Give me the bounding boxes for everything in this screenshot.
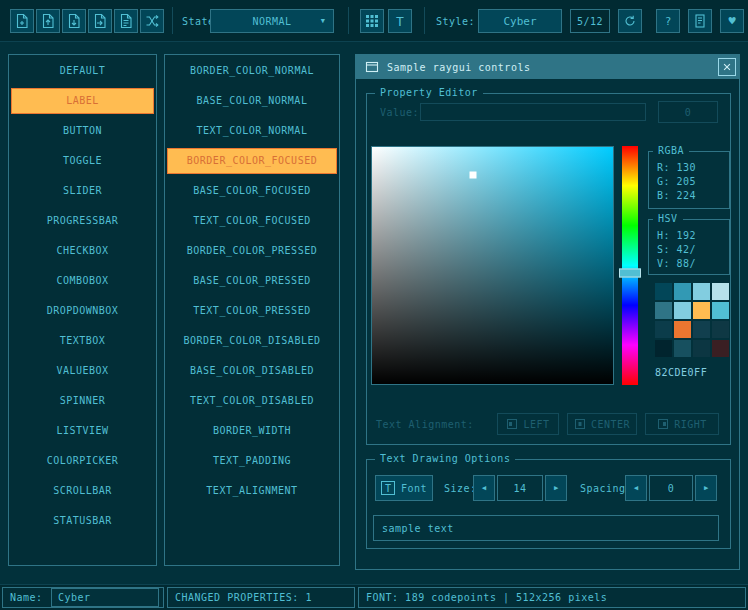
properties-list-item[interactable]: TEXT_PADDING xyxy=(167,448,337,474)
save-file-icon xyxy=(66,13,82,29)
palette-swatch[interactable] xyxy=(655,283,672,300)
palette-swatch[interactable] xyxy=(712,283,729,300)
hue-slider[interactable] xyxy=(622,146,638,385)
font-editor-button[interactable]: T xyxy=(388,9,412,33)
palette-swatch[interactable] xyxy=(693,283,710,300)
palette-swatch[interactable] xyxy=(693,321,710,338)
palette-swatch[interactable] xyxy=(712,302,729,319)
question-icon: ? xyxy=(665,15,672,28)
properties-list-item[interactable]: BORDER_WIDTH xyxy=(167,418,337,444)
controls-list-item[interactable]: DROPDOWNBOX xyxy=(11,298,154,324)
properties-list-item[interactable]: BASE_COLOR_DISABLED xyxy=(167,358,337,384)
properties-list-item[interactable]: TEXT_COLOR_DISABLED xyxy=(167,388,337,414)
new-style-button[interactable] xyxy=(10,9,34,33)
size-decrease-button[interactable]: ◀ xyxy=(473,475,495,501)
size-increase-button[interactable]: ▶ xyxy=(545,475,567,501)
controls-list-item[interactable]: COMBOBOX xyxy=(11,268,154,294)
save-style-button[interactable] xyxy=(62,9,86,33)
controls-list-item[interactable]: PROGRESSBAR xyxy=(11,208,154,234)
random-style-button[interactable] xyxy=(140,9,164,33)
style-name-button[interactable]: Cyber xyxy=(478,9,562,33)
style-text-button[interactable] xyxy=(114,9,138,33)
spacing-increase-button[interactable]: ▶ xyxy=(695,475,717,501)
controls-list-item[interactable]: TOGGLE xyxy=(11,148,154,174)
arrow-left-icon: ◀ xyxy=(634,484,638,492)
controls-list-item[interactable]: CHECKBOX xyxy=(11,238,154,264)
window-titlebar[interactable]: Sample raygui controls xyxy=(356,55,739,79)
palette-swatch[interactable] xyxy=(655,340,672,357)
controls-list: DEFAULTLABELBUTTONTOGGLESLIDERPROGRESSBA… xyxy=(8,54,157,566)
properties-list-item[interactable]: TEXT_COLOR_NORMAL xyxy=(167,118,337,144)
palette-swatch[interactable] xyxy=(693,340,710,357)
controls-list-item[interactable]: TEXTBOX xyxy=(11,328,154,354)
status-changed-segment: CHANGED PROPERTIES: 1 xyxy=(167,587,355,608)
open-file-icon xyxy=(40,13,56,29)
spacing-value-box[interactable]: 0 xyxy=(649,475,693,501)
about-button[interactable] xyxy=(688,9,712,33)
palette-swatch[interactable] xyxy=(693,302,710,319)
controls-list-item[interactable]: STATUSBAR xyxy=(11,508,154,534)
value-slider[interactable] xyxy=(420,103,646,121)
help-button[interactable]: ? xyxy=(656,9,680,33)
properties-list-item[interactable]: BORDER_COLOR_FOCUSED xyxy=(167,148,337,174)
controls-list-item[interactable]: SPINNER xyxy=(11,388,154,414)
style-name-value: Cyber xyxy=(503,15,536,28)
colorpicker-cursor[interactable] xyxy=(470,172,477,179)
reload-style-button[interactable] xyxy=(618,9,642,33)
controls-list-item[interactable]: DEFAULT xyxy=(11,58,154,84)
properties-list-item[interactable]: BORDER_COLOR_PRESSED xyxy=(167,238,337,264)
controls-list-item[interactable]: LABEL xyxy=(11,88,154,114)
properties-list-item[interactable]: BASE_COLOR_FOCUSED xyxy=(167,178,337,204)
properties-list-item[interactable]: TEXT_COLOR_PRESSED xyxy=(167,298,337,324)
export-style-button[interactable] xyxy=(88,9,112,33)
style-table-button[interactable] xyxy=(360,9,384,33)
palette-swatch[interactable] xyxy=(674,283,691,300)
hsv-value: H: 192 xyxy=(657,229,725,243)
toolbar-divider xyxy=(172,7,173,34)
spacing-decrease-button[interactable]: ◀ xyxy=(625,475,647,501)
palette-swatch[interactable] xyxy=(674,302,691,319)
controls-list-item[interactable]: SLIDER xyxy=(11,178,154,204)
color-picker-panel[interactable] xyxy=(371,146,614,385)
rgba-value: R: 130 xyxy=(657,161,725,175)
close-window-button[interactable] xyxy=(718,58,736,76)
palette-swatch[interactable] xyxy=(674,321,691,338)
style-name-input[interactable]: Cyber xyxy=(51,588,159,607)
palette-swatch[interactable] xyxy=(655,321,672,338)
toolbar-divider xyxy=(424,7,425,34)
controls-list-item[interactable]: VALUEBOX xyxy=(11,358,154,384)
controls-list-item[interactable]: LISTVIEW xyxy=(11,418,154,444)
hue-slider-handle[interactable] xyxy=(619,269,641,278)
font-button[interactable]: T Font xyxy=(375,475,433,501)
properties-list-item[interactable]: TEXT_COLOR_FOCUSED xyxy=(167,208,337,234)
align-center-button[interactable]: CENTER xyxy=(567,413,637,435)
text-file-icon xyxy=(118,13,134,29)
palette-swatch[interactable] xyxy=(674,340,691,357)
statusbar: Name: Cyber CHANGED PROPERTIES: 1 FONT: … xyxy=(0,584,748,610)
load-style-button[interactable] xyxy=(36,9,60,33)
properties-list-item[interactable]: BORDER_COLOR_NORMAL xyxy=(167,58,337,84)
sponsor-button[interactable]: ♥ xyxy=(720,9,744,33)
properties-list-item[interactable]: BASE_COLOR_PRESSED xyxy=(167,268,337,294)
properties-list-item[interactable]: BASE_COLOR_NORMAL xyxy=(167,88,337,114)
properties-list-item[interactable]: TEXT_ALIGNMENT xyxy=(167,478,337,504)
hsv-value: V: 88/ xyxy=(657,257,725,271)
export-file-icon xyxy=(92,13,108,29)
state-dropdown[interactable]: NORMAL ▼ xyxy=(210,9,334,33)
sample-text-input[interactable]: sample text xyxy=(373,515,719,541)
palette-swatch[interactable] xyxy=(712,340,729,357)
palette-swatch[interactable] xyxy=(655,302,672,319)
style-index-box[interactable]: 5/12 xyxy=(570,9,610,33)
properties-list-item[interactable]: BORDER_COLOR_DISABLED xyxy=(167,328,337,354)
palette-swatch[interactable] xyxy=(712,321,729,338)
size-value-box[interactable]: 14 xyxy=(497,475,543,501)
value-box[interactable]: 0 xyxy=(658,101,718,123)
arrow-right-icon: ▶ xyxy=(704,484,708,492)
hex-color-value[interactable]: 82CDE0FF xyxy=(655,367,707,378)
controls-list-item[interactable]: BUTTON xyxy=(11,118,154,144)
controls-list-item[interactable]: SCROLLBAR xyxy=(11,478,154,504)
toolbar-divider xyxy=(348,7,349,34)
align-left-button[interactable]: LEFT xyxy=(497,413,559,435)
controls-list-item[interactable]: COLORPICKER xyxy=(11,448,154,474)
align-right-button[interactable]: RIGHT xyxy=(645,413,719,435)
